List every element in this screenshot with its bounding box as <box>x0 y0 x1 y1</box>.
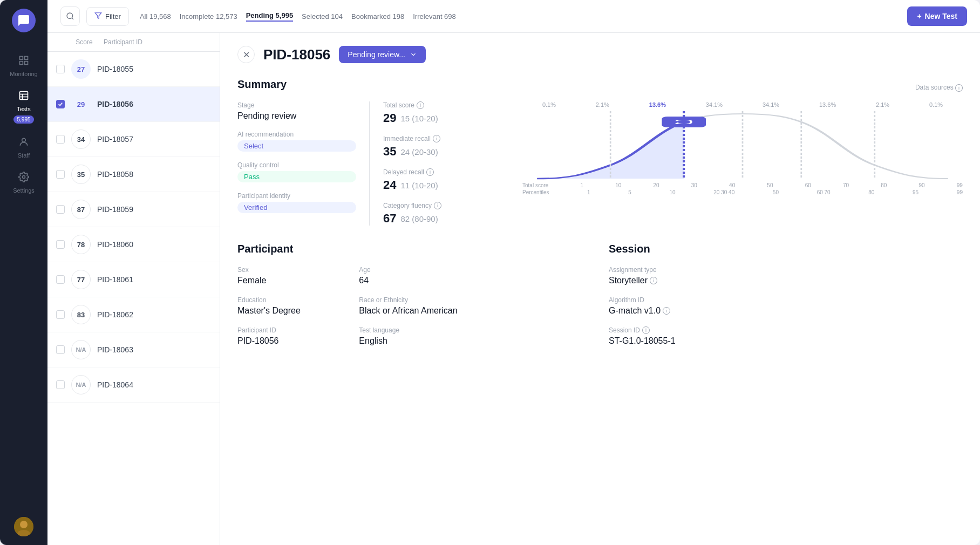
delayed-recall-info-icon[interactable]: i <box>426 168 434 176</box>
row-checkbox[interactable] <box>56 380 65 389</box>
row-checkbox[interactable] <box>56 310 65 319</box>
total-score-label: Total score i <box>383 101 509 109</box>
data-sources: Data sources i <box>915 84 963 92</box>
sidebar-nav: Monitoring Tests 5,995 Staff <box>0 50 47 199</box>
list-item[interactable]: 77 PID-18061 <box>47 262 220 297</box>
age-field: Age 64 <box>359 266 469 285</box>
row-checkbox[interactable] <box>56 135 65 144</box>
summary-left: Stage Pending review AI recommendation S… <box>237 101 356 226</box>
algorithm-info-icon[interactable]: i <box>663 307 670 315</box>
age-value: 64 <box>359 276 469 285</box>
bottom-section: Participant Sex Female Age 64 Education <box>237 243 963 346</box>
immediate-recall-norm: 24 (20-30) <box>400 147 438 156</box>
sidebar-item-staff[interactable]: Staff <box>0 131 47 164</box>
session-section: Session Assignment type Storyteller i Al… <box>609 243 963 346</box>
staff-icon <box>18 137 29 150</box>
stat-irrelevant[interactable]: Irrelevant 698 <box>413 12 456 21</box>
row-checkbox[interactable] <box>56 205 65 214</box>
storyteller-info-icon[interactable]: i <box>650 277 657 284</box>
data-sources-info-icon[interactable]: i <box>955 84 963 92</box>
status-dropdown[interactable]: Pending review... <box>339 46 426 63</box>
session-id-info-icon[interactable]: i <box>642 326 650 334</box>
assignment-type-value-row: Storyteller i <box>609 276 780 285</box>
new-test-button[interactable]: + New Test <box>907 6 967 26</box>
user-avatar[interactable] <box>14 517 33 536</box>
score-badge: N/A <box>71 375 91 394</box>
score-badge: 87 <box>71 200 91 219</box>
ai-rec-field: AI recommendation Select <box>237 131 356 152</box>
sidebar-item-monitoring[interactable]: Monitoring <box>0 50 47 83</box>
identity-label: Participant identity <box>237 192 356 200</box>
category-fluency-main: 67 <box>383 212 396 226</box>
immediate-recall-field: Immediate recall i 35 24 (20-30) <box>383 135 509 159</box>
row-checkbox[interactable] <box>56 275 65 284</box>
list-item[interactable]: 27 PID-18055 <box>47 52 220 87</box>
list-item[interactable]: 29 PID-18056 <box>47 87 220 122</box>
filter-button[interactable]: Filter <box>86 7 129 26</box>
category-fluency-field: Category fluency i 67 82 (80-90) <box>383 202 509 226</box>
close-button[interactable]: ✕ <box>237 46 255 63</box>
list-header: Score Participant ID <box>47 33 220 52</box>
detail-pid: PID-18056 <box>263 46 330 63</box>
total-score-norm: 15 (10-20) <box>400 114 438 123</box>
row-checkbox[interactable] <box>56 170 65 179</box>
pid-label: PID-18062 <box>97 310 133 319</box>
topbar-stats: All 19,568 Incomplete 12,573 Pending 5,9… <box>140 11 901 22</box>
participant-id-label: Participant ID <box>237 326 348 334</box>
quality-badge: Pass <box>237 171 356 182</box>
list-item[interactable]: 83 PID-18062 <box>47 297 220 332</box>
svg-point-9 <box>23 176 25 179</box>
immediate-recall-info-icon[interactable]: i <box>433 135 440 142</box>
session-fields: Assignment type Storyteller i Algorithm … <box>609 266 963 346</box>
total-score-info-icon[interactable]: i <box>417 101 424 109</box>
svg-point-11 <box>20 521 28 528</box>
list-item[interactable]: N/A PID-18063 <box>47 332 220 367</box>
pid-label: PID-18055 <box>97 65 133 73</box>
ai-rec-badge: Select <box>237 140 356 152</box>
detail-panel: ✕ PID-18056 Pending review... Summary Da… <box>220 33 980 545</box>
stat-selected[interactable]: Selected 104 <box>302 12 343 21</box>
immediate-recall-label: Immediate recall i <box>383 135 509 142</box>
tests-badge: 5,995 <box>13 115 33 124</box>
test-language-field: Test language English <box>359 326 469 346</box>
total-score-values: 29 15 (10-20) <box>383 111 509 125</box>
session-id-field: Session ID i ST-G1.0-18055-1 <box>609 326 780 346</box>
stage-value: Pending review <box>237 111 356 121</box>
stat-all[interactable]: All 19,568 <box>140 12 171 21</box>
sidebar-item-tests[interactable]: Tests 5,995 <box>0 85 47 129</box>
svg-rect-1 <box>25 57 28 60</box>
list-item[interactable]: 78 PID-18060 <box>47 227 220 262</box>
score-badge: 34 <box>71 130 91 149</box>
row-checkbox[interactable] <box>56 345 65 354</box>
pid-label: PID-18057 <box>97 135 133 144</box>
stat-bookmarked[interactable]: Bookmarked 198 <box>351 12 404 21</box>
pid-label: PID-18064 <box>97 380 133 389</box>
monitoring-icon <box>18 55 29 69</box>
score-badge: 27 <box>71 59 91 79</box>
stat-pending[interactable]: Pending 5,995 <box>246 11 293 22</box>
row-checkbox[interactable] <box>56 65 65 73</box>
stat-incomplete[interactable]: Incomplete 12,573 <box>180 12 237 21</box>
list-item[interactable]: N/A PID-18064 <box>47 367 220 403</box>
svg-marker-15 <box>95 12 101 18</box>
list-item[interactable]: 87 PID-18059 <box>47 192 220 227</box>
session-id-value: ST-G1.0-18055-1 <box>609 336 780 346</box>
total-score-main: 29 <box>383 111 396 125</box>
search-button[interactable] <box>60 6 80 26</box>
row-checkbox[interactable] <box>56 100 65 108</box>
pid-label: PID-18056 <box>97 100 133 108</box>
score-badge: 83 <box>71 305 91 324</box>
pid-label: PID-18061 <box>97 275 133 284</box>
pid-label: PID-18063 <box>97 345 133 354</box>
list-item[interactable]: 34 PID-18057 <box>47 122 220 157</box>
row-checkbox[interactable] <box>56 240 65 249</box>
plus-icon: + <box>917 12 921 21</box>
settings-icon <box>18 172 29 185</box>
chart-area: 0.1% 2.1% 13.6% 34.1% 34.1% 13.6% 2.1% 0… <box>522 101 963 226</box>
list-panel: Score Participant ID 27 PID-18055 29 PID… <box>47 33 220 545</box>
quality-label: Quality control <box>237 161 356 169</box>
participant-id-field: Participant ID PID-18056 <box>237 326 348 346</box>
sidebar-item-settings[interactable]: Settings <box>0 166 47 199</box>
list-item[interactable]: 35 PID-18058 <box>47 157 220 192</box>
category-fluency-info-icon[interactable]: i <box>434 202 441 209</box>
